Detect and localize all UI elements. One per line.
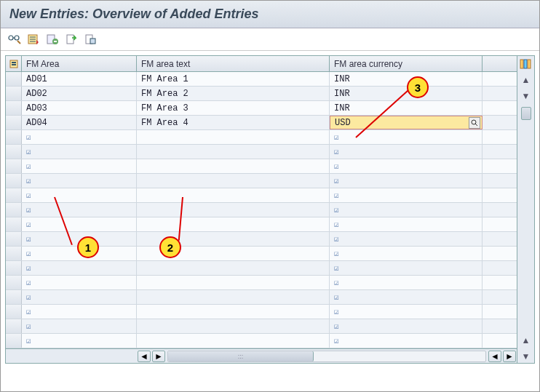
row-selector[interactable] (6, 72, 22, 86)
cell-empty[interactable]: ☑ (22, 305, 137, 319)
table-row[interactable]: AD02FM Area 2INR (6, 87, 517, 101)
cell-empty[interactable] (137, 159, 330, 173)
cell-empty[interactable]: ☑ (330, 217, 483, 231)
table-row-empty[interactable]: ☑☑ (6, 174, 517, 188)
row-selector[interactable] (6, 188, 22, 202)
cell-empty[interactable]: ☑ (330, 145, 483, 159)
select-all-rows-button[interactable] (6, 56, 22, 71)
table-row-empty[interactable]: ☑☑ (6, 145, 517, 159)
cell-empty[interactable]: ☑ (330, 232, 483, 246)
cell-fm-area-text[interactable]: FM Area 2 (137, 87, 330, 100)
cell-empty[interactable]: ☑ (22, 276, 137, 289)
row-selector[interactable] (6, 261, 22, 275)
scroll-up-icon[interactable]: ▲ (519, 73, 533, 87)
table-row-empty[interactable]: ☑☑ (6, 261, 517, 276)
scroll-down-icon[interactable]: ▼ (519, 89, 533, 103)
table-row-empty[interactable]: ☑☑ (6, 290, 517, 305)
row-selector[interactable] (6, 203, 22, 217)
row-selector[interactable] (6, 87, 22, 100)
cell-fm-area[interactable]: AD03 (22, 101, 137, 115)
column-header-fm-area-currency[interactable]: FM area currency (330, 56, 483, 71)
row-selector[interactable] (6, 217, 22, 231)
scroll-up-bottom-icon[interactable]: ▲ (519, 334, 533, 347)
cell-empty[interactable]: ☑ (330, 130, 483, 144)
cell-empty[interactable]: ☑ (22, 261, 137, 275)
cell-empty[interactable]: ☑ (22, 334, 137, 348)
row-selector[interactable] (6, 145, 22, 159)
row-selector[interactable] (6, 276, 22, 289)
table-row-empty[interactable]: ☑☑ (6, 217, 517, 232)
scroll-track[interactable]: ::: (167, 351, 486, 362)
table-row-empty[interactable]: ☑☑ (6, 319, 517, 334)
delete-minus-icon[interactable] (44, 31, 60, 47)
cell-fm-area-currency[interactable]: INR (330, 72, 483, 86)
table-row[interactable]: AD03FM Area 3INR (6, 101, 517, 116)
scroll-left-end-button[interactable]: ◄ (488, 351, 501, 362)
row-selector[interactable] (6, 247, 22, 260)
cell-fm-area-currency[interactable]: INR (330, 101, 483, 115)
cell-empty[interactable] (137, 174, 330, 188)
cell-empty[interactable]: ☑ (330, 290, 483, 304)
table-row-empty[interactable]: ☑☑ (6, 305, 517, 319)
table-row-empty[interactable]: ☑☑ (6, 334, 517, 348)
cell-fm-area-text[interactable]: FM Area 1 (137, 72, 330, 86)
cell-empty[interactable]: ☑ (22, 174, 137, 188)
search-help-icon[interactable] (469, 117, 480, 129)
cell-fm-area[interactable]: AD01 (22, 72, 137, 86)
scroll-right-button[interactable]: ► (152, 351, 165, 362)
cell-empty[interactable]: ☑ (330, 247, 483, 260)
cell-empty[interactable] (137, 305, 330, 319)
row-selector[interactable] (6, 101, 22, 115)
row-selector[interactable] (6, 290, 22, 304)
glasses-wrench-icon[interactable] (7, 31, 23, 47)
cell-empty[interactable] (137, 276, 330, 289)
cell-empty[interactable]: ☑ (22, 217, 137, 231)
row-selector[interactable] (6, 232, 22, 246)
cell-empty[interactable] (137, 203, 330, 217)
cell-empty[interactable]: ☑ (22, 145, 137, 159)
cell-empty[interactable] (137, 217, 330, 231)
cell-empty[interactable]: ☑ (22, 159, 137, 173)
list-select-icon[interactable] (25, 31, 41, 47)
scroll-thumb[interactable]: ::: (168, 351, 314, 361)
cell-empty[interactable]: ☑ (330, 203, 483, 217)
cell-fm-area-text[interactable]: FM Area 4 (137, 116, 330, 129)
cell-fm-area-text[interactable]: FM Area 3 (137, 101, 330, 115)
cell-fm-area[interactable]: AD02 (22, 87, 137, 100)
cell-empty[interactable] (137, 290, 330, 304)
cell-fm-area-currency[interactable]: USD (330, 116, 483, 129)
scroll-down-bottom-icon[interactable]: ▼ (519, 350, 533, 363)
table-row[interactable]: AD01FM Area 1INR (6, 72, 517, 87)
table-row-empty[interactable]: ☑☑ (6, 159, 517, 174)
cell-empty[interactable]: ☑ (330, 334, 483, 348)
cell-fm-area[interactable]: AD04 (22, 116, 137, 129)
cell-empty[interactable] (137, 261, 330, 275)
cell-empty[interactable]: ☑ (330, 305, 483, 319)
vertical-scroll-thumb[interactable] (521, 107, 531, 120)
row-selector[interactable] (6, 116, 22, 129)
table-row-empty[interactable]: ☑☑ (6, 276, 517, 290)
cell-empty[interactable] (137, 188, 330, 202)
cell-empty[interactable]: ☑ (330, 261, 483, 275)
cell-empty[interactable] (137, 319, 330, 333)
table-row-empty[interactable]: ☑☑ (6, 203, 517, 217)
row-selector[interactable] (6, 174, 22, 188)
row-selector[interactable] (6, 334, 22, 348)
document-export-icon[interactable] (63, 31, 79, 47)
row-selector[interactable] (6, 319, 22, 333)
table-row-empty[interactable]: ☑☑ (6, 188, 517, 203)
scroll-left-button[interactable]: ◄ (138, 351, 151, 362)
cell-fm-area-currency[interactable]: INR (330, 87, 483, 100)
row-selector[interactable] (6, 130, 22, 144)
document-select-icon[interactable] (82, 31, 98, 47)
configure-columns-icon[interactable] (519, 57, 533, 71)
cell-empty[interactable]: ☑ (330, 174, 483, 188)
cell-empty[interactable]: ☑ (22, 290, 137, 304)
cell-empty[interactable] (137, 130, 330, 144)
cell-empty[interactable]: ☑ (330, 188, 483, 202)
table-row[interactable]: AD04FM Area 4USD (6, 116, 517, 130)
cell-empty[interactable] (137, 145, 330, 159)
table-row-empty[interactable]: ☑☑ (6, 130, 517, 145)
cell-empty[interactable]: ☑ (22, 188, 137, 202)
cell-empty[interactable]: ☑ (330, 159, 483, 173)
